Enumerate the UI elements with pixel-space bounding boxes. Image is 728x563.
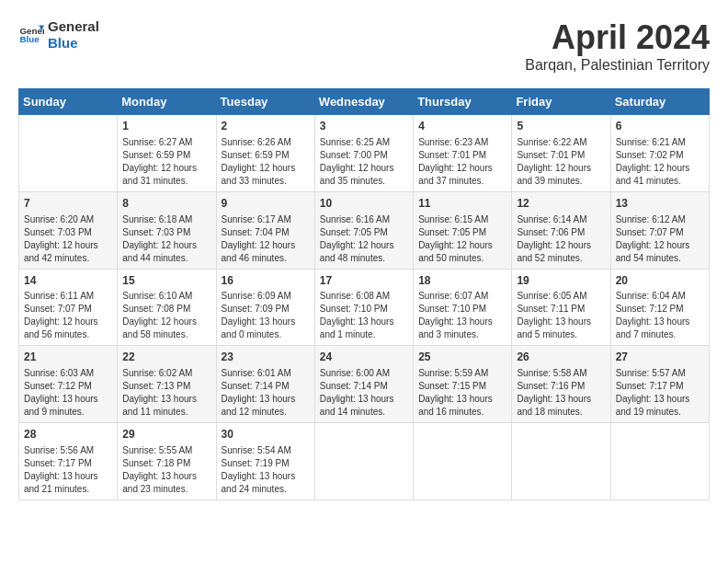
day-info: Sunrise: 6:25 AM [320, 136, 408, 149]
day-number: 15 [122, 273, 210, 289]
day-cell: 9Sunrise: 6:17 AMSunset: 7:04 PMDaylight… [216, 191, 314, 269]
day-info: and 58 minutes. [122, 328, 210, 341]
day-info: Sunrise: 5:57 AM [616, 367, 704, 380]
location-title: Barqan, Palestinian Territory [525, 57, 710, 74]
day-info: Sunset: 7:10 PM [320, 303, 408, 316]
day-info: and 48 minutes. [320, 252, 408, 265]
day-info: Sunset: 7:01 PM [517, 149, 605, 162]
day-info: and 39 minutes. [517, 175, 605, 188]
day-number: 25 [418, 350, 506, 365]
day-info: and 7 minutes. [616, 328, 704, 341]
header-row: SundayMondayTuesdayWednesdayThursdayFrid… [19, 89, 710, 115]
day-info: and 24 minutes. [222, 483, 310, 496]
day-info: and 44 minutes. [122, 252, 210, 265]
day-info: Daylight: 12 hours [517, 162, 605, 175]
header-tuesday: Tuesday [216, 89, 314, 115]
day-cell: 15Sunrise: 6:10 AMSunset: 7:08 PMDayligh… [118, 269, 216, 346]
day-info: Daylight: 13 hours [320, 316, 408, 328]
day-info: and 0 minutes. [222, 328, 310, 341]
day-info: and 33 minutes. [222, 175, 310, 188]
day-info: Daylight: 12 hours [122, 316, 210, 328]
day-info: Sunset: 7:07 PM [616, 226, 704, 239]
day-cell: 21Sunrise: 6:03 AMSunset: 7:12 PMDayligh… [19, 346, 118, 423]
day-number: 17 [320, 273, 408, 289]
day-number: 18 [418, 273, 506, 289]
header-sunday: Sunday [19, 89, 118, 115]
day-info: Daylight: 13 hours [122, 470, 210, 483]
logo-icon: General Blue [18, 22, 44, 48]
day-info: Daylight: 13 hours [418, 316, 506, 328]
day-cell: 29Sunrise: 5:55 AMSunset: 7:18 PMDayligh… [118, 423, 216, 500]
day-info: Sunset: 7:19 PM [222, 457, 310, 470]
day-info: and 11 minutes. [122, 406, 210, 419]
day-number: 14 [24, 273, 112, 289]
header-thursday: Thursday [414, 89, 512, 115]
week-row-5: 28Sunrise: 5:56 AMSunset: 7:17 PMDayligh… [19, 423, 710, 500]
logo-line1: General [48, 18, 99, 35]
day-info: Daylight: 12 hours [418, 162, 506, 175]
day-info: Daylight: 13 hours [222, 470, 310, 483]
day-cell [314, 423, 413, 500]
day-info: and 1 minute. [320, 328, 408, 341]
day-info: Daylight: 13 hours [517, 316, 605, 328]
day-info: Sunset: 7:04 PM [222, 226, 310, 239]
day-info: Sunset: 7:06 PM [517, 226, 605, 239]
day-cell: 22Sunrise: 6:02 AMSunset: 7:13 PMDayligh… [118, 346, 216, 423]
day-number: 12 [517, 196, 605, 212]
day-number: 2 [222, 119, 310, 134]
day-info: Sunrise: 6:14 AM [517, 213, 605, 226]
day-info: Sunrise: 6:00 AM [320, 367, 408, 380]
day-cell [610, 423, 709, 500]
day-info: Sunrise: 6:12 AM [616, 213, 704, 226]
day-info: Sunrise: 6:09 AM [222, 290, 310, 303]
day-cell: 23Sunrise: 6:01 AMSunset: 7:14 PMDayligh… [216, 346, 314, 423]
day-info: Daylight: 13 hours [222, 393, 310, 406]
day-info: Sunrise: 6:26 AM [222, 136, 310, 149]
day-info: and 50 minutes. [418, 252, 506, 265]
day-number: 29 [122, 427, 210, 442]
day-number: 5 [517, 119, 605, 134]
calendar-table: SundayMondayTuesdayWednesdayThursdayFrid… [18, 88, 710, 500]
day-info: Sunset: 6:59 PM [222, 149, 310, 162]
day-info: Sunset: 7:07 PM [24, 303, 112, 316]
day-info: and 37 minutes. [418, 175, 506, 188]
day-number: 9 [222, 196, 310, 212]
day-number: 20 [616, 273, 704, 289]
day-info: Sunset: 7:18 PM [122, 457, 210, 470]
day-info: Daylight: 13 hours [616, 393, 704, 406]
day-cell: 26Sunrise: 5:58 AMSunset: 7:16 PMDayligh… [512, 346, 610, 423]
day-info: and 54 minutes. [616, 252, 704, 265]
day-info: and 12 minutes. [222, 406, 310, 419]
header-wednesday: Wednesday [314, 89, 413, 115]
day-number: 10 [320, 196, 408, 212]
day-cell: 7Sunrise: 6:20 AMSunset: 7:03 PMDaylight… [19, 191, 118, 269]
day-info: Sunset: 7:01 PM [418, 149, 506, 162]
day-info: Sunrise: 5:58 AM [517, 367, 605, 380]
day-info: Sunrise: 6:27 AM [122, 136, 210, 149]
svg-text:Blue: Blue [19, 34, 40, 44]
day-info: and 18 minutes. [517, 406, 605, 419]
logo-line2: Blue [48, 35, 99, 52]
day-info: Sunrise: 6:17 AM [222, 213, 310, 226]
header-saturday: Saturday [610, 89, 709, 115]
day-cell: 19Sunrise: 6:05 AMSunset: 7:11 PMDayligh… [512, 269, 610, 346]
day-info: and 9 minutes. [24, 406, 112, 419]
day-info: Daylight: 12 hours [24, 239, 112, 252]
day-cell: 8Sunrise: 6:18 AMSunset: 7:03 PMDaylight… [118, 191, 216, 269]
day-cell: 17Sunrise: 6:08 AMSunset: 7:10 PMDayligh… [314, 269, 413, 346]
day-info: and 31 minutes. [122, 175, 210, 188]
day-info: Sunset: 7:14 PM [320, 380, 408, 393]
day-cell: 4Sunrise: 6:23 AMSunset: 7:01 PMDaylight… [414, 115, 512, 192]
day-info: Sunrise: 5:55 AM [122, 444, 210, 457]
day-info: and 42 minutes. [24, 252, 112, 265]
day-number: 13 [616, 196, 704, 212]
day-cell: 5Sunrise: 6:22 AMSunset: 7:01 PMDaylight… [512, 115, 610, 192]
day-info: Daylight: 12 hours [616, 239, 704, 252]
day-info: Daylight: 12 hours [320, 162, 408, 175]
day-info: Daylight: 12 hours [122, 239, 210, 252]
day-info: and 16 minutes. [418, 406, 506, 419]
day-info: Sunset: 7:13 PM [122, 380, 210, 393]
header-monday: Monday [118, 89, 216, 115]
day-info: Sunrise: 6:07 AM [418, 290, 506, 303]
day-info: Sunset: 7:12 PM [616, 303, 704, 316]
